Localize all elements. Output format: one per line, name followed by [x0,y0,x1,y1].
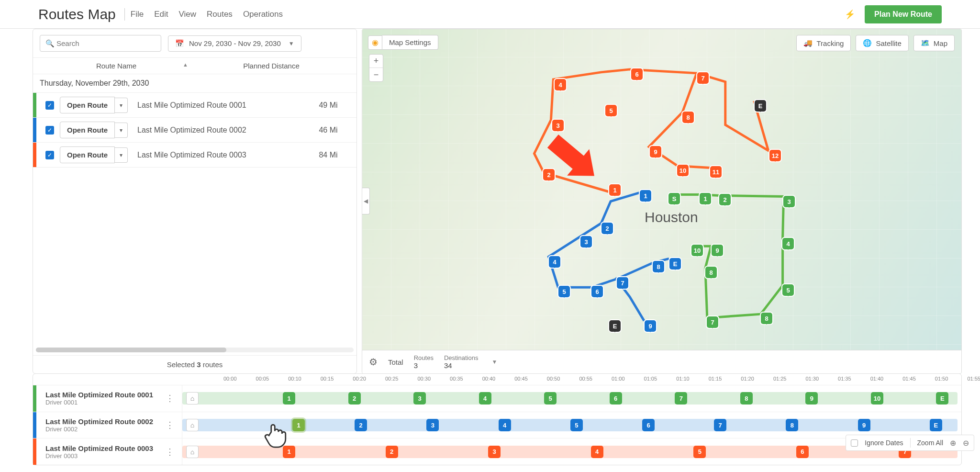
zoom-in-button[interactable]: + [369,55,383,68]
map-marker[interactable]: 3 [580,236,592,247]
map-marker[interactable]: 4 [549,256,560,268]
open-route-button[interactable]: Open Route [60,122,115,138]
ignore-dates-checkbox[interactable] [851,439,858,447]
timeline-stop[interactable]: 5 [693,446,706,458]
column-route-name[interactable]: Route Name ▲ [40,62,193,70]
map-marker[interactable]: 7 [707,316,718,328]
map-marker[interactable]: 4 [782,238,794,249]
map-marker[interactable]: 3 [783,196,795,207]
bolt-icon[interactable]: ⚡ [845,9,855,20]
open-route-button[interactable]: Open Route [60,146,115,163]
map-marker[interactable]: 8 [761,313,772,324]
timeline-stop[interactable]: 1 [283,392,295,405]
zoom-out-icon[interactable]: ⊖ [963,438,969,448]
map-marker[interactable]: 3 [552,120,564,131]
menu-routes[interactable]: Routes [207,10,233,19]
menu-operations[interactable]: Operations [243,10,283,19]
horizontal-scrollbar[interactable] [36,348,354,352]
map-marker[interactable]: 5 [605,105,617,116]
timeline-stop[interactable]: 10 [871,392,883,405]
map-marker[interactable]: 8 [705,267,717,278]
route-checkbox[interactable]: ✓ [45,101,54,110]
map-marker[interactable]: 6 [591,286,603,297]
pegman-icon[interactable]: ◉ [368,35,382,50]
route-checkbox[interactable]: ✓ [45,126,54,135]
map-marker[interactable]: 8 [682,112,694,123]
zoom-in-icon[interactable]: ⊕ [950,438,956,448]
menu-edit[interactable]: Edit [154,10,168,19]
menu-view[interactable]: View [178,10,196,19]
timeline-stop[interactable]: 1 [283,446,295,458]
kebab-menu-icon[interactable]: ⋮ [164,445,176,459]
timeline-stop[interactable]: 3 [426,419,439,431]
timeline-stop[interactable]: 6 [642,419,655,431]
timeline-stop[interactable]: 9 [858,419,870,431]
map-marker[interactable]: 10 [691,245,703,256]
map-marker[interactable]: 1 [609,184,621,196]
timeline-stop[interactable]: 4 [479,392,491,405]
timeline-stop[interactable]: 7 [675,392,687,405]
zoom-out-button[interactable]: − [369,68,383,81]
date-range-picker[interactable]: 📅 Nov 29, 2030 - Nov 29, 2030 ▼ [168,35,301,52]
timeline-stop[interactable]: 8 [786,419,798,431]
timeline-stop[interactable]: 9 [805,392,818,405]
map-marker[interactable]: E [669,258,681,270]
chevron-down-icon[interactable]: ▼ [491,359,497,365]
satellite-button[interactable]: 🌐Satellite [856,35,908,51]
map-marker[interactable]: 2 [601,223,613,234]
map-marker[interactable]: 1 [700,193,711,204]
map-marker[interactable]: 5 [782,284,794,296]
map-marker[interactable]: 9 [712,245,723,256]
timeline-stop[interactable]: 6 [610,392,622,405]
timeline-stop[interactable]: 2 [355,419,367,431]
open-route-button[interactable]: Open Route [60,97,115,113]
open-route-dropdown[interactable]: ▾ [115,123,128,138]
map-marker[interactable]: 7 [617,277,628,289]
timeline-stop[interactable]: 3 [488,446,501,458]
map-marker[interactable]: 9 [650,146,661,157]
timeline-track[interactable] [182,392,958,405]
timeline-stop[interactable]: 3 [413,392,426,405]
route-checkbox[interactable]: ✓ [45,151,54,159]
timeline-stop[interactable]: 2 [386,446,398,458]
timeline-stop[interactable]: 5 [544,392,557,405]
map-mode-button[interactable]: 🗺️Map [913,35,955,51]
map-settings-button[interactable]: Map Settings [382,35,438,50]
map-marker[interactable]: 11 [710,166,722,178]
timeline-stop[interactable]: 1 [292,419,305,431]
map-marker[interactable]: 2 [719,194,731,205]
search-input[interactable] [40,35,161,52]
gear-icon[interactable]: ⚙ [369,356,378,368]
map-marker[interactable]: 8 [653,261,664,272]
timeline-stop[interactable]: E [930,419,942,431]
column-planned-distance[interactable]: Planned Distance [193,62,350,70]
map-canvas[interactable]: Houston 123456789101112123456789ES123456… [362,29,962,374]
timeline-stop[interactable]: 5 [570,419,583,431]
kebab-menu-icon[interactable]: ⋮ [164,418,176,432]
timeline-stop[interactable]: 2 [348,392,361,405]
menu-file[interactable]: File [131,10,144,19]
map-marker[interactable]: E [755,100,766,112]
map-marker[interactable]: 2 [543,169,555,180]
map-marker[interactable]: 12 [769,150,781,161]
map-marker[interactable]: E [609,320,621,332]
kebab-menu-icon[interactable]: ⋮ [164,391,176,405]
timeline-stop[interactable]: 8 [740,392,753,405]
timeline-stop[interactable]: E [936,392,948,405]
map-marker[interactable]: S [668,193,680,204]
map-marker[interactable]: 7 [697,72,709,84]
map-marker[interactable]: 6 [631,68,643,80]
open-route-dropdown[interactable]: ▾ [115,98,128,113]
timeline-stop[interactable]: 4 [499,419,511,431]
timeline-track[interactable] [182,446,958,458]
timeline-stop[interactable]: 4 [591,446,603,458]
map-marker[interactable]: 9 [645,320,656,332]
collapse-sidebar-button[interactable]: ◀ [362,188,370,214]
map-marker[interactable]: 1 [640,190,651,202]
open-route-dropdown[interactable]: ▾ [115,147,128,163]
home-icon[interactable]: ⌂ [186,392,199,405]
map-marker[interactable]: 4 [555,79,566,90]
home-icon[interactable]: ⌂ [186,446,199,458]
timeline-stop[interactable]: 7 [714,419,726,431]
map-marker[interactable]: 10 [677,165,689,176]
